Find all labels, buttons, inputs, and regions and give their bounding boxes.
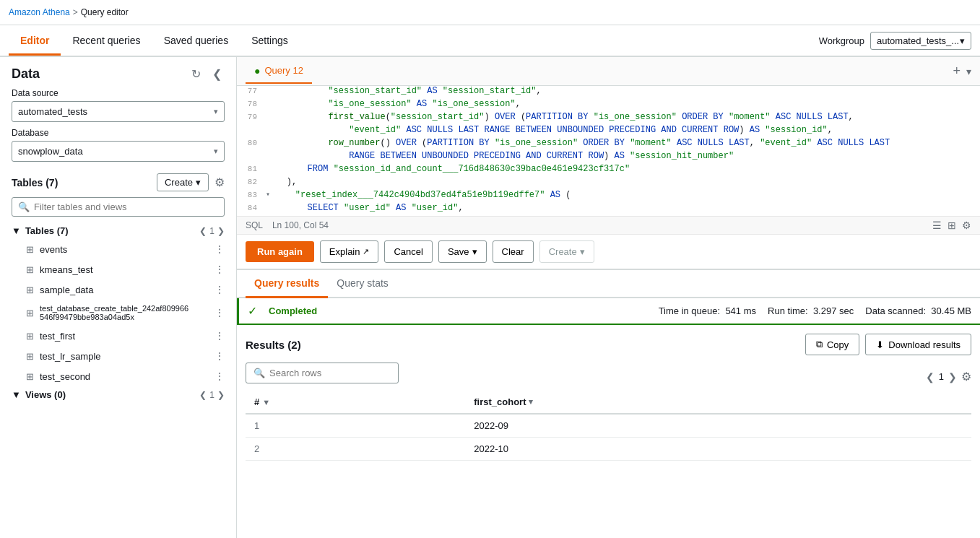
datasource-select[interactable]: automated_tests ▾ bbox=[12, 101, 225, 122]
datasource-label: Data source bbox=[12, 88, 225, 98]
breadcrumb-current: Query editor bbox=[81, 7, 129, 17]
workgroup-area: Workgroup automated_tests_... ▾ bbox=[819, 32, 971, 50]
col-header-first-cohort: first_cohort ▾ bbox=[465, 391, 971, 414]
table-menu-icon[interactable]: ⋮ bbox=[214, 307, 225, 318]
breadcrumb-separator: > bbox=[73, 7, 78, 17]
table-menu-icon[interactable]: ⋮ bbox=[214, 284, 225, 295]
main-nav: Editor Recent queries Saved queries Sett… bbox=[0, 25, 980, 57]
table-item[interactable]: ⊞ test_second ⋮ bbox=[0, 366, 236, 386]
breadcrumb-bar: Amazon Athena > Query editor bbox=[0, 0, 980, 25]
table-item[interactable]: ⊞ test_lr_sample ⋮ bbox=[0, 346, 236, 366]
results-table: # ▼ first_cohort ▾ bbox=[246, 391, 971, 461]
code-line: 82 ), bbox=[237, 177, 980, 190]
create-dropdown-icon: ▾ bbox=[196, 177, 201, 188]
results-header: Results (2) ⧉ Copy ⬇ Download results bbox=[246, 334, 971, 355]
settings-icon[interactable]: ⚙ bbox=[962, 220, 971, 231]
views-page-num: 1 bbox=[209, 390, 214, 400]
table-name: test_second bbox=[40, 371, 90, 382]
download-button[interactable]: ⬇ Download results bbox=[865, 334, 971, 355]
next-page-button[interactable]: ❯ bbox=[948, 371, 957, 383]
wrap-icon[interactable]: ⊞ bbox=[948, 220, 956, 231]
refresh-icon[interactable]: ↻ bbox=[188, 66, 204, 82]
tables-header: Tables (7) Create ▾ ⚙ bbox=[0, 168, 236, 197]
table-menu-icon[interactable]: ⋮ bbox=[214, 370, 225, 382]
create-button[interactable]: Create ▾ bbox=[157, 173, 209, 191]
format-icon[interactable]: ☰ bbox=[932, 220, 942, 231]
table-menu-icon[interactable]: ⋮ bbox=[214, 350, 225, 362]
tab-query-results[interactable]: Query results bbox=[246, 270, 328, 298]
results-tabs: Query results Query stats bbox=[237, 270, 980, 298]
editor-toolbar: Run again Explain ↗ Cancel Save ▾ Clear … bbox=[237, 235, 980, 269]
tab-query-stats[interactable]: Query stats bbox=[328, 270, 397, 298]
create-dropdown-icon: ▾ bbox=[580, 246, 585, 257]
row-first-cohort-1: 2022-09 bbox=[465, 414, 971, 438]
table-item[interactable]: ⊞ events ⋮ bbox=[0, 239, 236, 259]
table-item[interactable]: ⊞ kmeans_test ⋮ bbox=[0, 259, 236, 279]
database-value: snowplow_data bbox=[18, 146, 83, 157]
views-next-page[interactable]: ❯ bbox=[217, 390, 225, 400]
code-line: 80 row_number() OVER (PARTITION BY "is_o… bbox=[237, 138, 980, 151]
new-query-button[interactable]: + bbox=[953, 64, 961, 79]
completed-text: Completed bbox=[269, 305, 647, 316]
table-item[interactable]: ⊞ test_database_create_table_242af809966… bbox=[0, 300, 236, 326]
tab-settings[interactable]: Settings bbox=[240, 27, 300, 56]
code-line: 84 SELECT "user_id" AS "user_id", bbox=[237, 203, 980, 216]
results-title: Results (2) bbox=[246, 339, 301, 351]
table-menu-icon[interactable]: ⋮ bbox=[214, 264, 225, 275]
breadcrumb-home[interactable]: Amazon Athena bbox=[9, 7, 70, 17]
col-header-num: # ▼ bbox=[246, 391, 465, 414]
tab-saved-queries[interactable]: Saved queries bbox=[152, 27, 240, 56]
gear-icon[interactable]: ⚙ bbox=[214, 175, 225, 189]
tables-page-num: 1 bbox=[209, 226, 214, 236]
clear-button[interactable]: Clear bbox=[493, 240, 534, 263]
copy-button[interactable]: ⧉ Copy bbox=[805, 334, 859, 355]
workgroup-dropdown-icon: ▾ bbox=[960, 35, 965, 46]
query-tabs-dropdown[interactable]: ▾ bbox=[966, 64, 971, 79]
query-panel: ● Query 12 + ▾ 77 "session_start_id" AS … bbox=[237, 57, 980, 270]
time-in-queue-stat: Time in queue: 541 ms bbox=[659, 305, 756, 316]
prev-page-button[interactable]: ❮ bbox=[926, 371, 935, 383]
cancel-button[interactable]: Cancel bbox=[384, 240, 432, 263]
tables-section-label[interactable]: ▼ Tables (7) bbox=[12, 225, 69, 236]
row-first-cohort-2: 2022-10 bbox=[465, 438, 971, 461]
filter-tables-input[interactable] bbox=[34, 201, 218, 212]
datasource-section: Data source automated_tests ▾ bbox=[0, 88, 236, 128]
tab-recent-queries[interactable]: Recent queries bbox=[61, 27, 152, 56]
tables-prev-page[interactable]: ❮ bbox=[199, 226, 207, 236]
sort-icon: ▼ bbox=[262, 398, 270, 407]
table-menu-icon[interactable]: ⋮ bbox=[214, 243, 225, 255]
download-icon: ⬇ bbox=[876, 339, 884, 350]
tab-editor[interactable]: Editor bbox=[9, 27, 61, 56]
workgroup-value: automated_tests_... bbox=[877, 35, 959, 46]
collapse-icon[interactable]: ❮ bbox=[209, 66, 225, 82]
explain-button[interactable]: Explain ↗ bbox=[320, 240, 379, 263]
code-editor[interactable]: 77 "session_start_id" AS "session_start_… bbox=[237, 86, 980, 216]
create-query-button[interactable]: Create ▾ bbox=[539, 240, 594, 263]
editor-status-bar: SQL Ln 100, Col 54 ☰ ⊞ ⚙ bbox=[237, 216, 980, 235]
results-settings-icon[interactable]: ⚙ bbox=[961, 370, 971, 383]
results-panel: Query results Query stats ✓ Completed Ti… bbox=[237, 270, 980, 538]
search-rows-box: 🔍 bbox=[246, 363, 399, 383]
save-button[interactable]: Save ▾ bbox=[438, 240, 487, 263]
views-prev-page[interactable]: ❮ bbox=[199, 390, 207, 400]
table-item[interactable]: ⊞ sample_data ⋮ bbox=[0, 279, 236, 300]
table-expand-icon: ⊞ bbox=[26, 331, 34, 342]
code-line: 83 ▾ "reset_index___7442c4904bd37ed4fa51… bbox=[237, 190, 980, 203]
sidebar-actions: ↻ ❮ bbox=[188, 66, 225, 82]
views-section-label[interactable]: ▼ Views (0) bbox=[12, 389, 66, 400]
query-tab-label: Query 12 bbox=[264, 65, 303, 76]
query-tab[interactable]: ● Query 12 bbox=[246, 59, 312, 84]
tables-chevron-icon: ▼ bbox=[12, 225, 21, 236]
completed-icon: ✓ bbox=[248, 304, 257, 318]
table-header-row: # ▼ first_cohort ▾ bbox=[246, 391, 971, 414]
search-rows-input[interactable] bbox=[269, 368, 391, 378]
row-num-1: 1 bbox=[246, 414, 465, 438]
workgroup-select[interactable]: automated_tests_... ▾ bbox=[870, 32, 971, 50]
table-menu-icon[interactable]: ⋮ bbox=[214, 330, 225, 342]
run-again-button[interactable]: Run again bbox=[246, 241, 314, 262]
table-item[interactable]: ⊞ test_first ⋮ bbox=[0, 326, 236, 346]
tables-next-page[interactable]: ❯ bbox=[217, 226, 225, 236]
tables-title: Tables (7) bbox=[12, 177, 58, 188]
database-select[interactable]: snowplow_data ▾ bbox=[12, 141, 225, 162]
database-dropdown-icon: ▾ bbox=[214, 147, 218, 156]
